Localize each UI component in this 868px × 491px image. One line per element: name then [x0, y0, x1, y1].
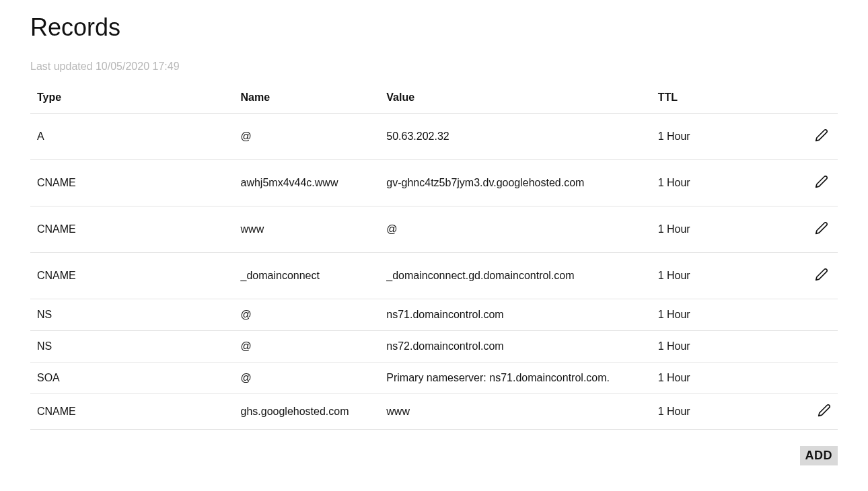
last-updated-text: Last updated 10/05/2020 17:49	[30, 61, 838, 73]
cell-type: NS	[30, 331, 234, 363]
cell-edit	[797, 363, 838, 394]
column-header-edit	[797, 82, 838, 114]
cell-name: @	[234, 114, 380, 160]
table-row: CNAMEghs.googlehosted.comwww1 Hour	[30, 394, 838, 430]
cell-ttl: 1 Hour	[651, 299, 797, 331]
dns-records-table: Type Name Value TTL A@50.63.202.321 Hour…	[30, 82, 838, 430]
page-title: Records	[30, 13, 838, 42]
add-record-button[interactable]: ADD	[800, 446, 838, 465]
table-row: SOA@Primary nameserver: ns71.domaincontr…	[30, 363, 838, 394]
cell-value: gv-ghnc4tz5b7jym3.dv.googlehosted.com	[379, 160, 651, 206]
cell-value: _domainconnect.gd.domaincontrol.com	[379, 253, 651, 299]
edit-icon[interactable]	[815, 268, 828, 281]
cell-type: CNAME	[30, 253, 234, 299]
cell-edit	[797, 160, 838, 206]
cell-type: CNAME	[30, 394, 234, 430]
cell-name: _domainconnect	[234, 253, 380, 299]
cell-edit	[797, 394, 838, 430]
edit-icon[interactable]	[818, 404, 831, 417]
cell-ttl: 1 Hour	[651, 206, 797, 253]
table-header-row: Type Name Value TTL	[30, 82, 838, 114]
cell-edit	[797, 299, 838, 331]
cell-value: Primary nameserver: ns71.domaincontrol.c…	[379, 363, 651, 394]
cell-edit	[797, 206, 838, 253]
cell-value: @	[379, 206, 651, 253]
cell-ttl: 1 Hour	[651, 160, 797, 206]
cell-type: SOA	[30, 363, 234, 394]
column-header-name: Name	[234, 82, 380, 114]
cell-name: awhj5mx4v44c.www	[234, 160, 380, 206]
cell-name: www	[234, 206, 380, 253]
cell-ttl: 1 Hour	[651, 114, 797, 160]
column-header-value: Value	[379, 82, 651, 114]
edit-icon[interactable]	[815, 221, 828, 235]
column-header-ttl: TTL	[651, 82, 797, 114]
cell-type: CNAME	[30, 160, 234, 206]
cell-edit	[797, 253, 838, 299]
cell-name: @	[234, 331, 380, 363]
cell-value: 50.63.202.32	[379, 114, 651, 160]
cell-edit	[797, 114, 838, 160]
cell-name: ghs.googlehosted.com	[234, 394, 380, 430]
cell-value: ns71.domaincontrol.com	[379, 299, 651, 331]
edit-icon[interactable]	[815, 128, 828, 142]
table-row: NS@ns72.domaincontrol.com1 Hour	[30, 331, 838, 363]
edit-icon[interactable]	[815, 175, 828, 188]
table-row: A@50.63.202.321 Hour	[30, 114, 838, 160]
cell-ttl: 1 Hour	[651, 394, 797, 430]
cell-type: A	[30, 114, 234, 160]
table-row: CNAMEawhj5mx4v44c.wwwgv-ghnc4tz5b7jym3.d…	[30, 160, 838, 206]
table-row: NS@ns71.domaincontrol.com1 Hour	[30, 299, 838, 331]
cell-name: @	[234, 363, 380, 394]
cell-type: CNAME	[30, 206, 234, 253]
table-row: CNAME_domainconnect_domainconnect.gd.dom…	[30, 253, 838, 299]
cell-edit	[797, 331, 838, 363]
cell-value: www	[379, 394, 651, 430]
cell-ttl: 1 Hour	[651, 331, 797, 363]
cell-name: @	[234, 299, 380, 331]
cell-ttl: 1 Hour	[651, 253, 797, 299]
column-header-type: Type	[30, 82, 234, 114]
table-row: CNAMEwww@1 Hour	[30, 206, 838, 253]
cell-value: ns72.domaincontrol.com	[379, 331, 651, 363]
cell-type: NS	[30, 299, 234, 331]
cell-ttl: 1 Hour	[651, 363, 797, 394]
